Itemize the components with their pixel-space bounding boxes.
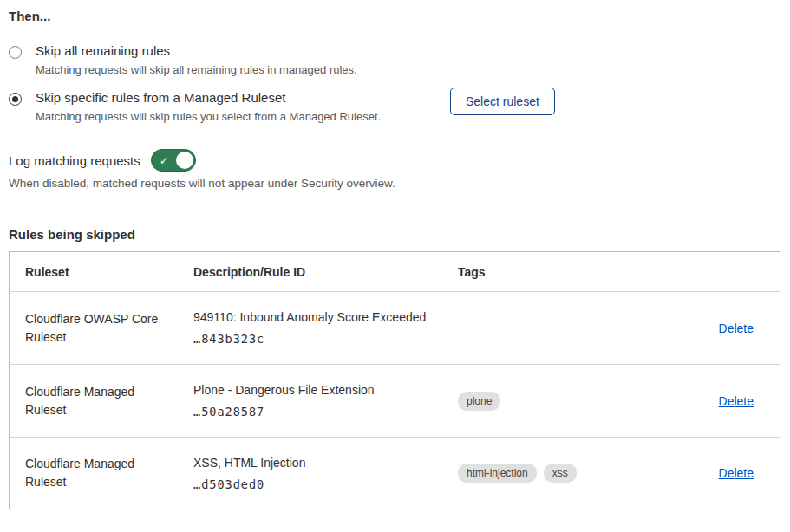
table-header-row: Ruleset Description/Rule ID Tags: [10, 252, 780, 291]
rule-id: …d503ded0: [193, 477, 264, 491]
cell-tags: [442, 292, 650, 364]
table-row: Cloudflare Managed Ruleset Plone - Dange…: [10, 364, 780, 437]
delete-link[interactable]: Delete: [719, 394, 754, 408]
column-header-description: Description/Rule ID: [178, 252, 442, 291]
cell-tags: html-injection xss: [442, 438, 650, 509]
radio-skip-all[interactable]: [9, 46, 22, 59]
cell-ruleset: Cloudflare Managed Ruleset: [10, 438, 178, 509]
table-row: Cloudflare OWASP Core Ruleset 949110: In…: [10, 291, 780, 364]
rule-description: Plone - Dangerous File Extension: [193, 383, 375, 397]
rule-id: …843b323c: [193, 332, 264, 346]
tag-badge: xss: [544, 464, 577, 483]
select-ruleset-button[interactable]: Select ruleset: [450, 88, 555, 115]
delete-link[interactable]: Delete: [719, 466, 754, 480]
log-toggle-label: Log matching requests: [9, 153, 140, 168]
skipped-rules-table: Ruleset Description/Rule ID Tags Cloudfl…: [9, 251, 780, 509]
rule-id: …50a28587: [193, 405, 264, 418]
cell-description: Plone - Dangerous File Extension …50a285…: [178, 365, 442, 437]
cell-ruleset: Cloudflare Managed Ruleset: [10, 365, 178, 437]
tag-badge: html-injection: [458, 464, 537, 483]
option-skip-all: Skip all remaining rules Matching reques…: [9, 43, 434, 76]
option-skip-specific: Skip specific rules from a Managed Rules…: [9, 90, 434, 123]
log-toggle-row: Log matching requests ✓: [9, 149, 196, 172]
rule-description: 949110: Inbound Anomaly Score Exceeded: [193, 310, 426, 324]
log-toggle-description: When disabled, matched requests will not…: [9, 177, 395, 190]
tag-badge: plone: [458, 392, 500, 411]
radio-skip-specific[interactable]: [9, 93, 22, 106]
check-icon: ✓: [160, 155, 169, 166]
option-skip-specific-label[interactable]: Skip specific rules from a Managed Rules…: [36, 90, 381, 105]
toggle-knob: [176, 152, 193, 169]
skipped-rules-heading: Rules being skipped: [9, 227, 135, 242]
cell-ruleset: Cloudflare OWASP Core Ruleset: [10, 292, 178, 364]
cell-actions: Delete: [650, 438, 780, 509]
rule-description: XSS, HTML Injection: [193, 456, 305, 470]
option-skip-specific-description: Matching requests will skip rules you se…: [36, 110, 381, 123]
option-skip-all-label[interactable]: Skip all remaining rules: [36, 43, 357, 58]
cell-tags: plone: [442, 365, 650, 437]
table-row: Cloudflare Managed Ruleset XSS, HTML Inj…: [10, 437, 780, 509]
column-header-tags: Tags: [442, 252, 650, 291]
column-header-ruleset: Ruleset: [10, 252, 178, 291]
then-heading: Then...: [9, 9, 50, 23]
log-toggle-switch[interactable]: ✓: [151, 149, 196, 172]
column-header-actions: [650, 252, 780, 291]
cell-description: XSS, HTML Injection …d503ded0: [178, 438, 442, 509]
cell-actions: Delete: [650, 365, 780, 437]
cell-description: 949110: Inbound Anomaly Score Exceeded ……: [178, 292, 442, 364]
option-skip-all-description: Matching requests will skip all remainin…: [36, 63, 357, 76]
cell-actions: Delete: [650, 292, 780, 364]
delete-link[interactable]: Delete: [719, 321, 754, 335]
